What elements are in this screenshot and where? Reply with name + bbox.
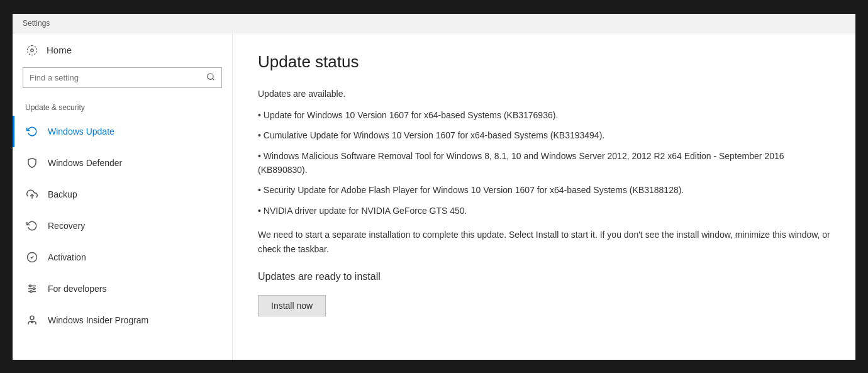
sidebar-item-for-developers[interactable]: For developers (13, 273, 232, 304)
sidebar-item-home[interactable]: Home (13, 33, 232, 67)
shield-icon (25, 156, 39, 170)
sidebar-item-windows-defender[interactable]: Windows Defender (13, 147, 232, 179)
person-badge-icon (25, 313, 39, 327)
update-status-section: Updates are available. • Update for Wind… (258, 87, 830, 316)
for-developers-label: For developers (48, 284, 106, 294)
search-container (23, 67, 222, 88)
updates-available-label: Updates are available. (258, 87, 830, 101)
update-item-4: • Security Update for Adobe Flash Player… (258, 183, 830, 197)
home-label: Home (47, 45, 72, 55)
activation-label: Activation (48, 252, 86, 262)
sliders-icon (25, 282, 39, 296)
svg-point-11 (30, 316, 34, 320)
update-item-5: • NVIDIA driver update for NVIDIA GeForc… (258, 204, 830, 218)
window-title: Settings (23, 19, 50, 28)
windows-insider-label: Windows Insider Program (48, 315, 148, 325)
backup-label: Backup (48, 189, 77, 199)
sidebar-item-recovery[interactable]: Recovery (13, 210, 232, 242)
update-note: We need to start a separate installation… (258, 228, 830, 256)
svg-line-2 (213, 78, 214, 80)
update-item-2: • Cumulative Update for Windows 10 Versi… (258, 128, 830, 142)
svg-point-0 (31, 48, 34, 52)
recovery-label: Recovery (48, 221, 85, 231)
sidebar-item-windows-update[interactable]: Windows Update (13, 116, 232, 147)
sidebar-item-windows-insider[interactable]: Windows Insider Program (13, 304, 232, 336)
title-bar: Settings (13, 14, 855, 33)
sidebar-item-activation[interactable]: Activation (13, 242, 232, 273)
refresh-icon (25, 125, 39, 138)
circle-check-icon (25, 250, 39, 264)
windows-defender-label: Windows Defender (48, 158, 122, 168)
sidebar-item-backup[interactable]: Backup (13, 179, 232, 210)
upload-icon (25, 187, 39, 201)
svg-point-10 (30, 291, 32, 292)
update-item-3: • Windows Malicious Software Removal Too… (258, 149, 830, 177)
svg-point-8 (30, 285, 31, 287)
page-title: Update status (258, 52, 830, 72)
settings-window: Settings Home (13, 14, 855, 360)
section-label: Update & security (13, 98, 232, 116)
ready-to-install-label: Updates are ready to install (258, 269, 830, 285)
install-now-button[interactable]: Install now (258, 295, 326, 316)
content-area: Home Update & security (13, 33, 855, 360)
update-item-1: • Update for Windows 10 Version 1607 for… (258, 108, 830, 122)
svg-point-9 (33, 287, 35, 289)
main-content: Update status Updates are available. • U… (233, 33, 855, 360)
svg-point-1 (208, 73, 213, 79)
sidebar: Home Update & security (13, 33, 233, 360)
history-icon (25, 219, 39, 233)
search-button[interactable] (200, 69, 221, 87)
search-input[interactable] (23, 68, 200, 87)
windows-update-label: Windows Update (48, 126, 114, 136)
home-icon (25, 43, 39, 57)
